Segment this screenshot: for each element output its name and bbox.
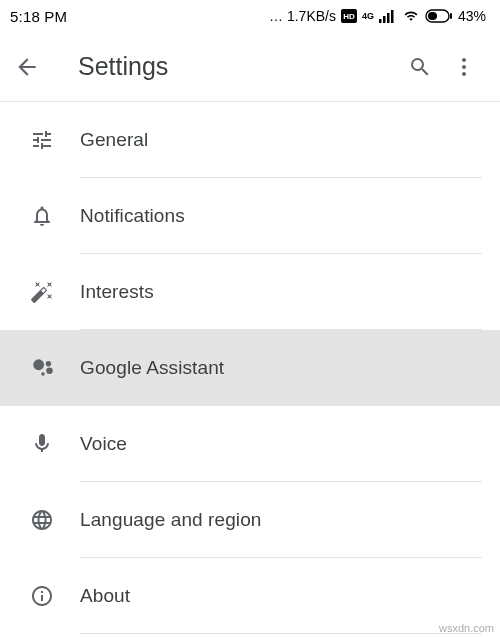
search-icon <box>408 55 432 79</box>
tune-icon <box>30 128 54 152</box>
svg-rect-3 <box>383 16 386 23</box>
settings-item-interests[interactable]: Interests <box>0 254 500 330</box>
settings-item-voice[interactable]: Voice <box>0 406 500 482</box>
settings-item-language-region[interactable]: Language and region <box>0 482 500 558</box>
network-type: 4G <box>362 11 374 21</box>
svg-rect-7 <box>428 12 437 20</box>
divider <box>80 633 482 634</box>
settings-item-label: Notifications <box>80 205 500 227</box>
settings-item-label: Google Assistant <box>80 357 500 379</box>
back-button[interactable] <box>14 54 58 80</box>
svg-point-15 <box>41 372 44 375</box>
more-vert-icon <box>452 55 476 79</box>
settings-item-general[interactable]: General <box>0 102 500 178</box>
signal-icon <box>379 9 397 23</box>
settings-item-label: Voice <box>80 433 500 455</box>
bell-icon <box>30 204 54 228</box>
settings-item-label: About <box>80 585 500 607</box>
wifi-icon <box>402 9 420 23</box>
status-bar: 5:18 PM … 1.7KB/s HD 4G 43% <box>0 0 500 32</box>
settings-item-google-assistant[interactable]: Google Assistant <box>0 330 500 406</box>
svg-point-11 <box>462 72 466 76</box>
svg-rect-2 <box>379 19 382 23</box>
status-time: 5:18 PM <box>10 8 67 25</box>
more-dots: … <box>269 8 282 24</box>
settings-item-about[interactable]: About <box>0 558 500 634</box>
svg-point-14 <box>46 367 53 374</box>
volte-icon: HD <box>341 9 357 23</box>
status-icons: … 1.7KB/s HD 4G 43% <box>269 8 486 24</box>
mic-icon <box>30 432 54 456</box>
battery-percent: 43% <box>458 8 486 24</box>
globe-icon <box>30 508 54 532</box>
watermark: wsxdn.com <box>439 622 494 634</box>
svg-point-9 <box>462 58 466 62</box>
settings-item-label: Language and region <box>80 509 500 531</box>
settings-item-label: General <box>80 129 500 151</box>
back-arrow-icon <box>14 54 40 80</box>
info-icon <box>30 584 54 608</box>
search-button[interactable] <box>398 55 442 79</box>
net-speed: 1.7KB/s <box>287 8 336 24</box>
settings-list: General Notifications Interests <box>0 102 500 634</box>
overflow-button[interactable] <box>442 55 486 79</box>
svg-text:HD: HD <box>343 12 355 21</box>
magic-wand-icon <box>30 280 54 304</box>
battery-icon <box>425 9 453 23</box>
svg-rect-5 <box>391 10 394 23</box>
svg-point-13 <box>46 361 51 366</box>
svg-point-12 <box>33 359 44 370</box>
svg-rect-4 <box>387 13 390 23</box>
svg-rect-8 <box>450 13 452 19</box>
settings-item-label: Interests <box>80 281 500 303</box>
settings-item-notifications[interactable]: Notifications <box>0 178 500 254</box>
assistant-icon <box>30 355 56 381</box>
svg-point-10 <box>462 65 466 69</box>
app-bar: Settings <box>0 32 500 102</box>
page-title: Settings <box>58 52 398 81</box>
